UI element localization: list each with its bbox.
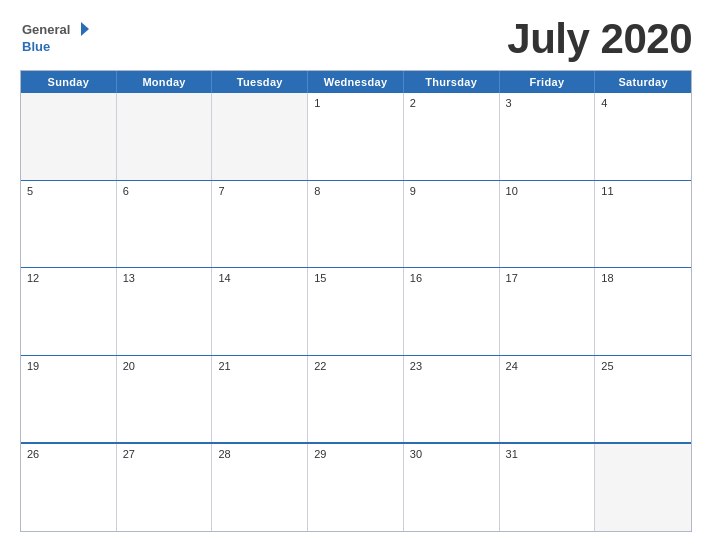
cell-w1-sat: 4 xyxy=(595,93,691,180)
weekday-saturday: Saturday xyxy=(595,71,691,93)
cell-w2-thu: 9 xyxy=(404,181,500,268)
week-5: 26 27 28 29 30 31 xyxy=(21,442,691,531)
weekday-friday: Friday xyxy=(500,71,596,93)
cell-w2-wed: 8 xyxy=(308,181,404,268)
calendar-body: 1 2 3 4 5 6 7 8 9 10 11 12 13 14 15 16 xyxy=(21,93,691,531)
week-4: 19 20 21 22 23 24 25 xyxy=(21,355,691,443)
cell-w1-sun xyxy=(21,93,117,180)
cell-w5-mon: 27 xyxy=(117,444,213,531)
cell-w4-thu: 23 xyxy=(404,356,500,443)
svg-marker-0 xyxy=(81,22,89,36)
calendar-header-row: Sunday Monday Tuesday Wednesday Thursday… xyxy=(21,71,691,93)
page: General Blue July 2020 Sunday Monday Tue… xyxy=(0,0,712,550)
cell-w5-thu: 30 xyxy=(404,444,500,531)
cell-w1-thu: 2 xyxy=(404,93,500,180)
cell-w2-fri: 10 xyxy=(500,181,596,268)
cell-w3-fri: 17 xyxy=(500,268,596,355)
cell-w4-wed: 22 xyxy=(308,356,404,443)
calendar: Sunday Monday Tuesday Wednesday Thursday… xyxy=(20,70,692,532)
month-title: July 2020 xyxy=(507,18,692,60)
cell-w5-sat xyxy=(595,444,691,531)
cell-w3-thu: 16 xyxy=(404,268,500,355)
week-2: 5 6 7 8 9 10 11 xyxy=(21,180,691,268)
cell-w5-sun: 26 xyxy=(21,444,117,531)
cell-w5-wed: 29 xyxy=(308,444,404,531)
cell-w4-mon: 20 xyxy=(117,356,213,443)
weekday-thursday: Thursday xyxy=(404,71,500,93)
cell-w2-mon: 6 xyxy=(117,181,213,268)
cell-w2-sun: 5 xyxy=(21,181,117,268)
header: General Blue July 2020 xyxy=(20,18,692,60)
cell-w2-tue: 7 xyxy=(212,181,308,268)
week-1: 1 2 3 4 xyxy=(21,93,691,180)
cell-w3-mon: 13 xyxy=(117,268,213,355)
cell-w3-tue: 14 xyxy=(212,268,308,355)
cell-w3-sat: 18 xyxy=(595,268,691,355)
logo: General Blue xyxy=(20,20,90,54)
cell-w4-sat: 25 xyxy=(595,356,691,443)
cell-w5-fri: 31 xyxy=(500,444,596,531)
cell-w4-tue: 21 xyxy=(212,356,308,443)
logo-blue: Blue xyxy=(22,40,50,54)
weekday-tuesday: Tuesday xyxy=(212,71,308,93)
cell-w4-fri: 24 xyxy=(500,356,596,443)
logo-general: General xyxy=(22,23,70,37)
cell-w1-fri: 3 xyxy=(500,93,596,180)
cell-w3-wed: 15 xyxy=(308,268,404,355)
logo-flag-icon xyxy=(72,20,90,38)
cell-w4-sun: 19 xyxy=(21,356,117,443)
cell-w1-mon xyxy=(117,93,213,180)
cell-w1-tue xyxy=(212,93,308,180)
cell-w2-sat: 11 xyxy=(595,181,691,268)
cell-w1-wed: 1 xyxy=(308,93,404,180)
weekday-wednesday: Wednesday xyxy=(308,71,404,93)
weekday-sunday: Sunday xyxy=(21,71,117,93)
week-3: 12 13 14 15 16 17 18 xyxy=(21,267,691,355)
cell-w3-sun: 12 xyxy=(21,268,117,355)
cell-w5-tue: 28 xyxy=(212,444,308,531)
weekday-monday: Monday xyxy=(117,71,213,93)
